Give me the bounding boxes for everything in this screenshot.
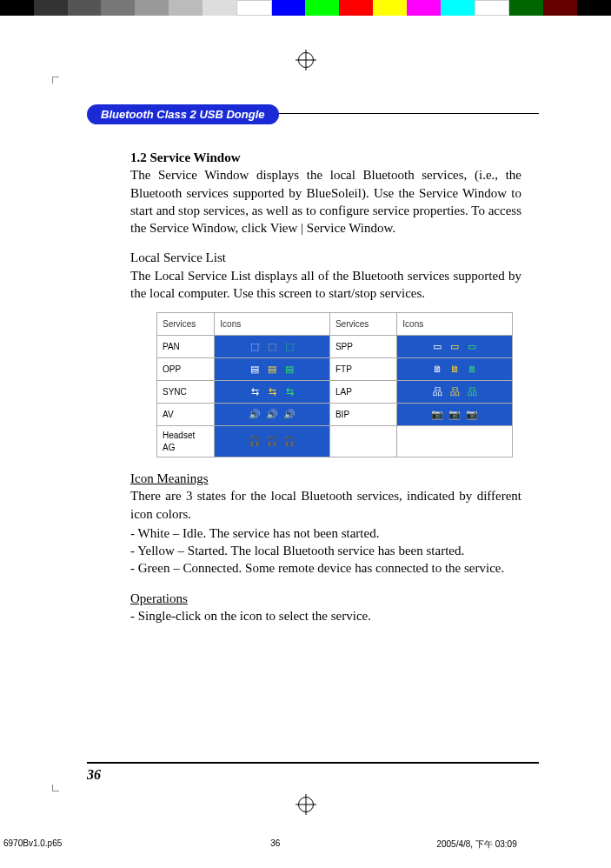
crop-mark-icon <box>52 77 59 83</box>
service-icons-cell: ▤▤▤ <box>215 358 330 381</box>
page-number: 36 <box>87 767 101 782</box>
service-icons-cell: 📷📷📷 <box>397 404 513 426</box>
service-icons-cell: 🔊🔊🔊 <box>215 404 330 426</box>
header-rule <box>269 113 539 114</box>
list-item: - White – Idle. The service has not been… <box>130 524 521 542</box>
registration-mark-icon <box>298 52 314 71</box>
list-item: - Yellow – Started. The local Bluetooth … <box>130 542 521 559</box>
imprint-page: 36 <box>270 838 280 851</box>
crop-mark-icon <box>52 785 59 791</box>
table-row: PAN ⬚⬚⬚ SPP ▭▭▭ <box>157 336 513 358</box>
service-icons-cell: 🎧🎧🎧 <box>215 426 330 457</box>
table-row: OPP ▤▤▤ FTP 🗎🗎🗎 <box>157 358 513 381</box>
paragraph: There are 3 states for the local Bluetoo… <box>130 487 521 523</box>
page-content: Bluetooth Class 2 USB Dongle 1.2 Service… <box>87 104 539 783</box>
operations-title: Operations <box>130 590 521 607</box>
imprint-line: 6970Bv1.0.p65 36 2005/4/8, 下午 03:09 <box>0 838 611 851</box>
service-icons-cell: ⬚⬚⬚ <box>215 336 330 358</box>
table-row: SYNC ⇆⇆⇆ LAP 品品品 <box>157 381 513 404</box>
section-heading: 1.2 Service Window <box>130 149 521 166</box>
table-header-row: Services Icons Services Icons <box>157 313 513 336</box>
services-table: Services Icons Services Icons PAN ⬚⬚⬚ SP… <box>156 312 513 457</box>
service-icons-cell: 🗎🗎🗎 <box>397 358 513 381</box>
color-calibration-bar <box>0 0 611 16</box>
table-row: AV 🔊🔊🔊 BIP 📷📷📷 <box>157 404 513 426</box>
registration-mark-icon <box>298 797 314 816</box>
subsection-title: Local Service List <box>130 249 521 266</box>
icon-states-list: - White – Idle. The service has not been… <box>130 524 521 578</box>
page-footer: 36 <box>87 762 539 783</box>
paragraph: The Local Service List displays all of t… <box>130 267 521 303</box>
service-icons-cell: ▭▭▭ <box>397 336 513 358</box>
imprint-file: 6970Bv1.0.p65 <box>3 838 62 851</box>
paragraph: - Single-click on the icon to select the… <box>130 607 521 624</box>
icon-meanings-title: Icon Meanings <box>130 470 521 487</box>
table-row: Headset AG 🎧🎧🎧 <box>157 426 513 457</box>
imprint-datetime: 2005/4/8, 下午 03:09 <box>436 838 516 851</box>
paragraph: The Service Window displays the local Bl… <box>130 166 521 237</box>
body-text: 1.2 Service Window The Service Window di… <box>130 149 521 624</box>
header-pill: Bluetooth Class 2 USB Dongle <box>87 104 279 124</box>
list-item: - Green – Connected. Some remote device … <box>130 559 521 577</box>
service-icons-cell: 品品品 <box>397 381 513 404</box>
service-icons-cell: ⇆⇆⇆ <box>215 381 330 404</box>
